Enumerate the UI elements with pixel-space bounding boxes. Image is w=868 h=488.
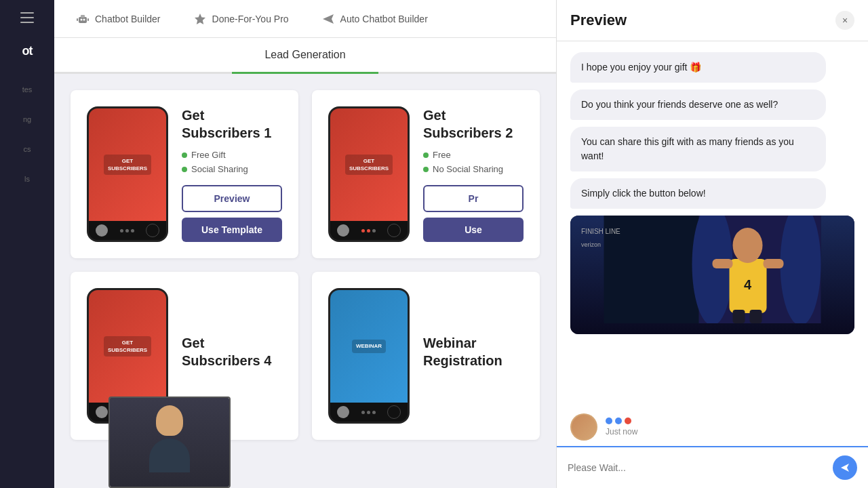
phone-home-2 [387, 224, 401, 237]
typing-avatar [570, 413, 597, 441]
phone-dot [361, 411, 365, 414]
svg-text:4: 4 [744, 277, 752, 292]
svg-rect-7 [77, 18, 78, 21]
sidebar-item-section4[interactable]: ls [0, 169, 54, 188]
svg-marker-9 [195, 14, 205, 24]
video-preview[interactable]: FINISH LINE verizon 4 [570, 216, 854, 334]
phone-dot [125, 229, 129, 232]
plane-icon [321, 12, 335, 26]
sidebar-item-section3[interactable]: cs [0, 140, 54, 159]
webcam-body [149, 439, 190, 472]
template-features-1: Free Gift Social Sharing [182, 150, 282, 174]
phone-screen-inner-1: GETSUBSCRIBERS [104, 155, 151, 175]
typing-content: Just now [606, 418, 637, 436]
send-icon [840, 462, 850, 473]
use-template-button-1[interactable]: Use Template [182, 218, 282, 242]
phone-home-1 [146, 224, 159, 237]
webcam-person [139, 405, 200, 480]
svg-point-16 [733, 228, 763, 263]
feature-item: No Social Sharing [423, 164, 524, 174]
message-bubble-1: I hope you enjoy your gift 🎁 [570, 52, 826, 83]
typing-timestamp: Just now [606, 427, 637, 436]
phone-screen-1: GETSUBSCRIBERS [89, 108, 166, 221]
message-bubble-3: You can share this gift with as many fri… [570, 127, 826, 171]
nav-done-label: Done-For-You Pro [212, 14, 289, 24]
sidebar-items: tes ng cs ls [0, 80, 54, 188]
preview-input-area [557, 446, 868, 488]
phone-mockup-1: GETSUBSCRIBERS [87, 106, 168, 242]
preview-button-1[interactable]: Preview [182, 185, 282, 212]
svg-rect-20 [750, 310, 762, 323]
typing-dot-3 [625, 418, 631, 424]
template-card-2: GETSUBSCRIBERS Get Subscriber [312, 90, 540, 258]
nav-chatbot-builder[interactable]: Chatbot Builder [71, 12, 166, 26]
robot-icon [76, 12, 90, 26]
nav-chatbot-label: Chatbot Builder [95, 14, 161, 24]
nav-auto-label: Auto Chatbot Builder [340, 14, 428, 24]
preview-send-button[interactable] [833, 455, 857, 480]
phone-dots-4 [361, 411, 376, 414]
message-bubble-2: Do you think your friends deserve one as… [570, 89, 826, 120]
phone-screen-2: GETSUBSCRIBERS [330, 108, 408, 221]
feature-item: Social Sharing [182, 164, 282, 174]
phone-avatar-2 [337, 224, 349, 237]
feature-dot [423, 167, 429, 172]
nav-auto-chatbot[interactable]: Auto Chatbot Builder [316, 12, 433, 26]
feature-dot [182, 152, 187, 158]
preview-input-field[interactable] [568, 462, 827, 473]
template-title-2: Get Subscribers 2 [423, 106, 524, 142]
tab-bar: Lead Generation [54, 38, 556, 74]
phone-mockup-2: GETSUBSCRIBERS [328, 106, 410, 242]
svg-point-12 [692, 216, 733, 323]
typing-dot-1 [606, 418, 612, 424]
use-template-button-2[interactable]: Use [423, 218, 524, 242]
sidebar-item-templates[interactable]: tes [0, 80, 54, 99]
phone-screen-3: GETSUBSCRIBERS [89, 290, 166, 403]
phone-dot [131, 229, 134, 232]
template-info-3: Get Subscribers 4 [182, 334, 282, 378]
message-bubble-4: Simply click the button below! [570, 178, 826, 209]
phone-dots-2 [361, 229, 376, 232]
typing-dot-2 [615, 418, 622, 424]
tab-lead-generation[interactable]: Lead Generation [232, 38, 378, 72]
template-info-1: Get Subscribers 1 Free Gift Social Shari… [182, 106, 282, 242]
svg-rect-3 [79, 17, 87, 23]
svg-point-6 [83, 18, 85, 20]
phone-dot [372, 229, 376, 232]
template-title-3: Get Subscribers 4 [182, 334, 282, 369]
sidebar-item-section2[interactable]: ng [0, 110, 54, 129]
phone-bottom-2 [330, 221, 408, 240]
feature-item: Free Gift [182, 150, 282, 160]
svg-rect-0 [20, 12, 34, 14]
preview-button-2[interactable]: Pr [423, 185, 524, 212]
feature-item: Free [423, 150, 524, 160]
phone-dot [120, 229, 123, 232]
video-thumbnail: FINISH LINE verizon 4 [570, 216, 854, 334]
phone-dots-1 [120, 229, 134, 232]
template-title-4: Webinar Registration [423, 334, 524, 369]
svg-rect-1 [20, 17, 34, 18]
webcam-head [156, 405, 183, 436]
nav-done-for-you[interactable]: Done-For-You Pro [188, 12, 294, 26]
phone-dot [372, 411, 376, 414]
svg-rect-18 [764, 259, 784, 268]
content-wrapper: Chatbot Builder Done-For-You Pro Auto Ch… [54, 0, 556, 488]
video-brand: FINISH LINE [581, 226, 620, 237]
phone-dot [367, 229, 370, 232]
template-info-2: Get Subscribers 2 Free No Social Sharing… [423, 106, 524, 242]
preview-close-button[interactable]: × [835, 11, 854, 30]
phone-screen-inner-4: WEBINAR [352, 340, 386, 352]
svg-rect-8 [87, 18, 89, 21]
phone-avatar-4 [337, 406, 349, 418]
star-icon [193, 12, 207, 26]
menu-icon[interactable] [20, 11, 34, 28]
phone-screen-inner-3: GETSUBSCRIBERS [104, 336, 151, 357]
phone-avatar-3 [96, 406, 108, 418]
phone-screen-inner-2: GETSUBSCRIBERS [345, 155, 393, 175]
phone-screen-4: WEBINAR [330, 290, 408, 403]
video-text-overlay: FINISH LINE verizon [581, 226, 620, 249]
svg-rect-2 [20, 22, 34, 23]
phone-mockup-4: WEBINAR [328, 288, 410, 424]
preview-messages: I hope you enjoy your gift 🎁 Do you thin… [557, 41, 868, 408]
phone-bottom-4 [330, 403, 408, 422]
